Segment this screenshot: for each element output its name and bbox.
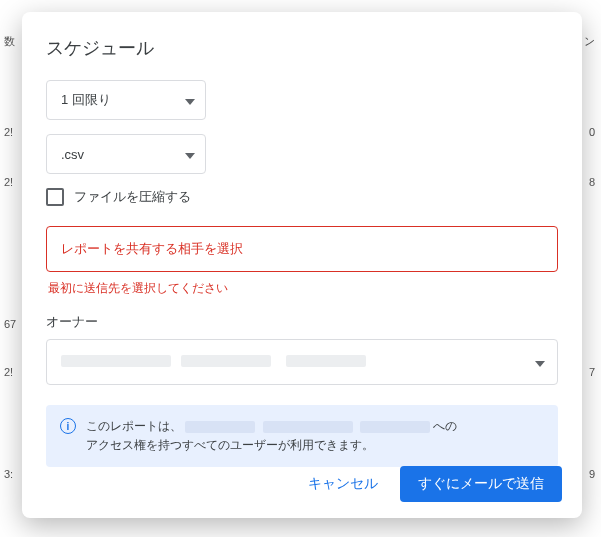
chevron-down-icon xyxy=(535,353,545,371)
info-text: このレポートは、 への アクセス権を持つすべてのユーザーが利用できます。 xyxy=(86,417,457,455)
bg-cell: 2! xyxy=(4,126,13,138)
send-now-button[interactable]: すぐにメールで送信 xyxy=(400,466,562,502)
cancel-button[interactable]: キャンセル xyxy=(294,466,392,502)
bg-cell: 0 xyxy=(589,126,595,138)
owner-select[interactable] xyxy=(46,339,558,385)
chevron-down-icon xyxy=(185,93,195,108)
schedule-dialog: スケジュール 1 回限り .csv ファイルを圧縮する レポートを共有する相手を… xyxy=(22,12,582,518)
owner-label: オーナー xyxy=(46,313,558,331)
bg-cell: 9 xyxy=(589,468,595,480)
bg-cell: 2! xyxy=(4,176,13,188)
format-value: .csv xyxy=(61,147,84,162)
bg-cell: 8 xyxy=(589,176,595,188)
compress-checkbox[interactable] xyxy=(46,188,64,206)
info-prefix: このレポートは、 xyxy=(86,419,182,433)
bg-cell: ン xyxy=(584,34,595,49)
info-suffix1: への xyxy=(433,419,457,433)
format-select[interactable]: .csv xyxy=(46,134,206,174)
bg-cell: 7 xyxy=(589,366,595,378)
share-error-text: 最初に送信先を選択してください xyxy=(48,280,556,297)
info-line2: アクセス権を持つすべてのユーザーが利用できます。 xyxy=(86,438,374,452)
frequency-select[interactable]: 1 回限り xyxy=(46,80,206,120)
compress-label: ファイルを圧縮する xyxy=(74,188,191,206)
share-recipients-input[interactable]: レポートを共有する相手を選択 xyxy=(46,226,558,272)
share-placeholder: レポートを共有する相手を選択 xyxy=(61,240,243,258)
compress-row: ファイルを圧縮する xyxy=(46,188,558,206)
bg-cell: 3: xyxy=(4,468,13,480)
bg-cell: 数 xyxy=(4,34,15,49)
frequency-value: 1 回限り xyxy=(61,91,111,109)
chevron-down-icon xyxy=(185,147,195,162)
bg-cell: 67 xyxy=(4,318,16,330)
dialog-title: スケジュール xyxy=(46,36,558,60)
dialog-actions: キャンセル すぐにメールで送信 xyxy=(294,466,562,502)
info-icon: i xyxy=(60,418,76,434)
owner-value-redacted xyxy=(61,353,366,371)
info-banner: i このレポートは、 への アクセス権を持つすべてのユーザーが利用できます。 xyxy=(46,405,558,467)
bg-cell: 2! xyxy=(4,366,13,378)
